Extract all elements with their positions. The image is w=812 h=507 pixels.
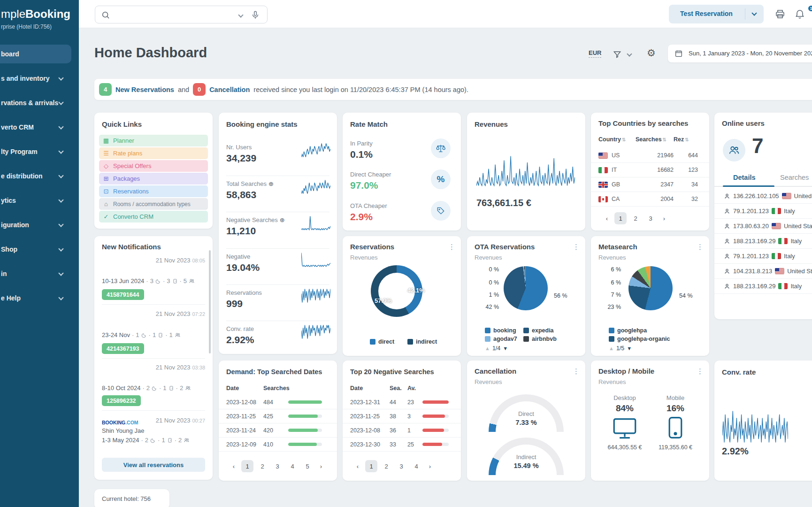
mobile-percentage: 16%	[647, 403, 704, 414]
filter-icon[interactable]	[613, 50, 622, 59]
quicklink-planner[interactable]: ▦Planner	[99, 135, 208, 146]
reservation-id-badge[interactable]: 4158791644	[102, 289, 144, 300]
table-row: 2023-11-25425	[219, 409, 337, 423]
table-row: IT 16682 123	[591, 163, 709, 177]
new-reservations-link[interactable]: New Reservations	[115, 86, 174, 93]
monitor-icon	[613, 417, 637, 439]
currency-selector[interactable]: EUR	[589, 49, 601, 58]
search-input[interactable]	[114, 6, 236, 23]
print-button[interactable]	[774, 8, 786, 20]
chevron-down-icon[interactable]	[627, 51, 632, 56]
sidebar-item-shop[interactable]: Shop	[0, 240, 79, 259]
online-user-row: 188.213.169.29Italy	[714, 279, 812, 294]
sidebar-item-configuration[interactable]: iguration	[0, 215, 79, 234]
column-header-rez[interactable]: Rez⇅	[674, 136, 689, 143]
menu-dots-icon[interactable]: ⋮	[697, 243, 704, 251]
page-button[interactable]: 2	[256, 460, 268, 472]
list-icon: ☰	[103, 150, 109, 157]
legend-pager: ▲1/5▼	[609, 345, 632, 352]
menu-dots-icon[interactable]: ⋮	[697, 367, 704, 376]
ota-reservations-card: OTA Reservations Revenues ⋮ 0 % 0 % 1 % …	[467, 236, 585, 356]
page-button[interactable]: 4	[410, 460, 422, 472]
microphone-icon[interactable]	[250, 10, 260, 20]
reservation-id-badge[interactable]: 4214367193	[102, 343, 144, 354]
cancellation-card: Cancellation Revenues ⋮ Direct 7.33 % In…	[467, 361, 585, 481]
legend-pager: ▲1/4▼	[485, 345, 508, 352]
quicklink-converto-crm[interactable]: ✓Converto CRM	[99, 211, 208, 223]
column-header-country[interactable]: Country⇅	[598, 136, 626, 143]
date-range-picker[interactable]: Sun, 1 January 2023 - Mon, 20 November 2…	[668, 45, 812, 62]
page-button[interactable]: 3	[644, 212, 657, 224]
chevron-down-icon[interactable]	[238, 12, 243, 17]
next-page-button[interactable]: ›	[316, 463, 326, 470]
page-button[interactable]: 1	[614, 212, 627, 224]
page-button[interactable]: 4	[286, 460, 299, 472]
bell-icon[interactable]	[794, 8, 805, 20]
next-page-button[interactable]: ›	[425, 463, 435, 470]
page-down-icon[interactable]: ▼	[627, 346, 632, 351]
cancellation-link[interactable]: Cancellation	[209, 86, 250, 93]
page-button[interactable]: 1	[241, 460, 253, 472]
page-button[interactable]: 2	[629, 212, 642, 224]
page-button[interactable]: 1	[365, 460, 377, 472]
menu-dots-icon[interactable]: ⋮	[448, 243, 455, 251]
column-header-searches[interactable]: Searches⇅	[636, 136, 666, 143]
sidebar-item-rates-inventory[interactable]: s and inventory	[0, 69, 79, 88]
test-reservation-button[interactable]: Test Reservation	[669, 5, 764, 23]
reservation-id-badge[interactable]: 125896232	[102, 395, 141, 406]
page-up-icon[interactable]: ▲	[485, 346, 490, 351]
card-title: Rate Match	[350, 120, 388, 128]
quicklink-rooms[interactable]: ⌂Rooms / accommodation types	[99, 198, 208, 210]
tab-searches[interactable]: Searches	[780, 174, 809, 181]
page-button[interactable]: 3	[271, 460, 283, 472]
notification-date: 21 Nov 202303:38	[156, 364, 205, 371]
chevron-down-icon[interactable]	[751, 10, 757, 15]
quicklink-rate-plans[interactable]: ☰Rate plans	[99, 147, 208, 159]
tab-details[interactable]: Details	[733, 174, 756, 181]
card-title: Metasearch	[598, 243, 637, 251]
sparkline-conv-rate	[301, 324, 330, 339]
logo-text-bold: Booking	[25, 8, 70, 20]
guests-icon	[185, 385, 191, 391]
sidebar-item-online-distribution[interactable]: e distribution	[0, 167, 79, 185]
sidebar-item-converto-crm[interactable]: verto CRM	[0, 118, 79, 137]
zoom-icon[interactable]: ⊕	[280, 216, 285, 223]
top-countries-card: Top Countries by searches Country⇅ Searc…	[591, 113, 709, 230]
zoom-icon[interactable]: ⊕	[268, 180, 274, 187]
page-button[interactable]: 2	[380, 460, 392, 472]
legend-item: googlehpa-organic	[609, 336, 670, 342]
prev-page-button[interactable]: ‹	[353, 463, 362, 470]
view-all-reservations-button[interactable]: View all reservations	[102, 458, 205, 472]
search-box[interactable]	[95, 6, 268, 23]
flag-icon	[782, 193, 791, 199]
card-title: New Notifications	[102, 243, 161, 251]
sidebar-item-admin[interactable]: in	[0, 264, 79, 283]
quicklink-reservations[interactable]: ⊡Reservations	[99, 185, 208, 197]
page-button[interactable]: 5	[301, 460, 314, 472]
page-down-icon[interactable]: ▼	[503, 346, 508, 351]
sidebar-item-reservations-arrivals[interactable]: rvations & arrivals	[0, 93, 79, 112]
sidebar-item-help[interactable]: e Help	[0, 289, 79, 307]
chevron-down-icon	[58, 197, 63, 202]
gear-icon[interactable]: ⚙	[647, 47, 656, 59]
guests-icon	[175, 332, 181, 338]
menu-dots-icon[interactable]: ⋮	[573, 367, 580, 376]
online-user-row: 79.1.201.123Italy	[714, 204, 812, 219]
quicklink-packages[interactable]: ⊞Packages	[99, 173, 208, 184]
sort-icon: ⇅	[685, 137, 689, 142]
prev-page-button[interactable]: ‹	[602, 215, 612, 222]
page-button[interactable]: 3	[395, 460, 407, 472]
sidebar-item-dashboard[interactable]: board	[0, 45, 71, 63]
next-page-button[interactable]: ›	[659, 215, 669, 222]
menu-dots-icon[interactable]: ⋮	[573, 243, 580, 251]
sparkline-negative	[301, 252, 330, 267]
desktop-percentage: 84%	[597, 403, 653, 414]
legend-item: direct	[370, 338, 394, 345]
prev-page-button[interactable]: ‹	[229, 463, 238, 470]
card-title: Top 20 Negative Searches	[350, 368, 434, 376]
page-up-icon[interactable]: ▲	[609, 346, 614, 351]
quicklink-special-offers[interactable]: ◇Special Offers	[99, 160, 208, 172]
sidebar-item-loyalty-program[interactable]: lty Program	[0, 142, 79, 161]
sidebar-item-analytics[interactable]: ytics	[0, 191, 79, 210]
scrollbar[interactable]	[209, 250, 211, 353]
